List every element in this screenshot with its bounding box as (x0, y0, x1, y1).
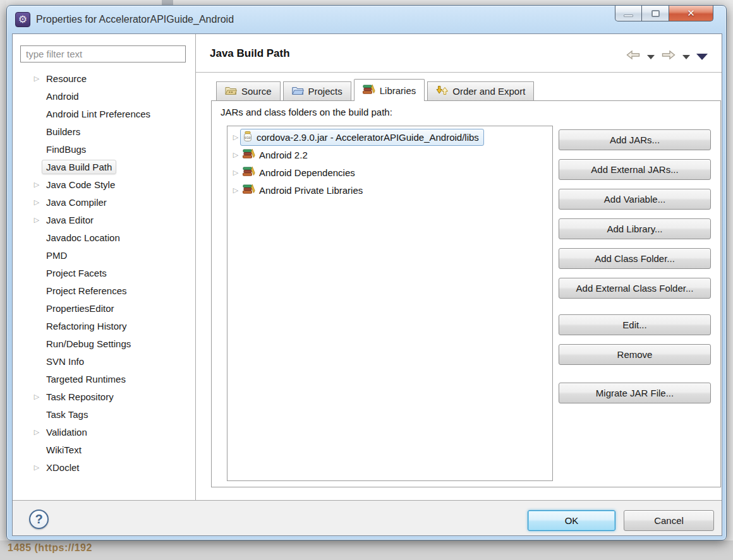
forward-arrow-icon[interactable] (661, 49, 676, 64)
tab-projects[interactable]: Projects (283, 81, 351, 100)
migrate-jar-file-button[interactable]: Migrate JAR File... (559, 383, 711, 403)
build-path-list-label: JARs and class folders on the build path… (221, 107, 392, 117)
add-external-jars-button[interactable]: Add External JARs... (559, 159, 711, 180)
sidebar-item-android[interactable]: ▷Android (13, 87, 193, 105)
sidebar-item-label: PropertiesEditor (42, 301, 119, 316)
expand-arrow-icon[interactable]: ▷ (32, 463, 42, 472)
sidebar-item-label: PMD (42, 248, 71, 263)
tab-label: Projects (308, 86, 342, 97)
list-item-android-private-libraries[interactable]: ▷ Android Private Libraries (227, 181, 552, 199)
maximize-button[interactable] (642, 6, 669, 21)
add-class-folder-button[interactable]: Add Class Folder... (559, 248, 711, 269)
view-menu-icon[interactable] (696, 54, 708, 60)
expand-arrow-icon[interactable]: ▷ (32, 74, 42, 83)
sidebar-item-label: Project References (42, 283, 131, 298)
sidebar-item-builders[interactable]: ▷Builders (13, 122, 193, 140)
footer: ? OK Cancel (13, 501, 722, 535)
sidebar-item-java-build-path[interactable]: ▷Java Build Path (13, 158, 193, 176)
sidebar-item-propertieseditor[interactable]: ▷PropertiesEditor (13, 299, 193, 317)
minimize-icon (624, 15, 633, 17)
sidebar-item-label: Validation (42, 425, 92, 439)
background-text-fragment: 1485 (https://192 (8, 542, 92, 554)
sidebar-item-label: Targeted Runtimes (42, 372, 130, 386)
add-variable-button[interactable]: Add Variable... (559, 189, 711, 210)
expand-arrow-icon[interactable]: ▷ (231, 133, 240, 141)
ok-button[interactable]: OK (528, 510, 615, 531)
sidebar-item-xdoclet[interactable]: ▷XDoclet (13, 458, 193, 476)
sidebar-item-pmd[interactable]: ▷PMD (13, 246, 193, 264)
sidebar-item-refactoring-history[interactable]: ▷Refactoring History (13, 317, 193, 335)
edit-button[interactable]: Edit... (559, 314, 711, 335)
sidebar-item-label: Java Editor (42, 213, 98, 227)
window-controls: ✕ (615, 6, 713, 21)
sidebar-item-android-lint-preferences[interactable]: ▷Android Lint Preferences (13, 105, 193, 122)
list-item-android-dependencies[interactable]: ▷ Android Dependencies (227, 164, 552, 181)
expand-arrow-icon[interactable]: ▷ (231, 151, 240, 159)
sidebar-item-label: Builders (42, 124, 85, 139)
expand-arrow-icon[interactable]: ▷ (32, 181, 42, 189)
sidebar-item-targeted-runtimes[interactable]: ▷Targeted Runtimes (13, 370, 193, 388)
cancel-button[interactable]: Cancel (624, 510, 714, 531)
page-title: Java Build Path (210, 47, 290, 60)
tab-label: Source (241, 86, 272, 97)
sidebar-item-project-references[interactable]: ▷Project References (13, 282, 193, 299)
sidebar-item-label: FindBugs (42, 142, 90, 157)
libraries-tab-panel: JARs and class folders on the build path… (211, 100, 721, 487)
background-app-strip (0, 0, 6, 560)
sidebar-item-task-tags[interactable]: ▷Task Tags (13, 405, 193, 423)
sidebar-item-svn-info[interactable]: ▷SVN Info (13, 352, 193, 370)
window-title: Properties for AcceleratorAPIGuide_Andro… (36, 14, 234, 25)
list-item-label: Android 2.2 (259, 150, 308, 160)
sidebar-item-label: Java Compiler (42, 195, 111, 210)
tab-order-and-export[interactable]: Order and Export (427, 81, 534, 100)
back-dropdown-icon[interactable] (647, 55, 655, 59)
svg-text:010: 010 (245, 135, 250, 139)
sidebar-item-java-editor[interactable]: ▷Java Editor (13, 211, 193, 229)
close-button[interactable]: ✕ (669, 6, 713, 21)
sidebar-item-label: Resource (42, 71, 91, 86)
expand-arrow-icon[interactable]: ▷ (32, 198, 42, 206)
filter-input[interactable] (20, 45, 186, 63)
sidebar-item-label: Task Repository (42, 390, 118, 404)
expand-arrow-icon[interactable]: ▷ (231, 186, 240, 194)
sidebar-item-label: Run/Debug Settings (42, 337, 135, 351)
sidebar-item-java-compiler[interactable]: ▷Java Compiler (13, 193, 193, 211)
sidebar-item-project-facets[interactable]: ▷Project Facets (13, 264, 193, 282)
main-area: Java Build Path Source (196, 34, 722, 500)
page-navigation (626, 49, 708, 64)
remove-button[interactable]: Remove (559, 344, 711, 365)
expand-arrow-icon[interactable]: ▷ (231, 169, 240, 177)
tab-source[interactable]: Source (216, 81, 281, 100)
projects-folder-icon (292, 86, 304, 97)
sidebar-item-label: Java Code Style (42, 177, 119, 192)
sidebar-item-task-repository[interactable]: ▷Task Repository (13, 388, 193, 405)
sidebar-item-javadoc-location[interactable]: ▷Javadoc Location (13, 229, 193, 246)
maximize-icon (651, 10, 660, 17)
add-jars-button[interactable]: Add JARs... (559, 129, 711, 150)
help-button[interactable]: ? (29, 509, 49, 529)
sidebar-item-label: WikiText (42, 443, 86, 457)
add-external-class-folder-button[interactable]: Add External Class Folder... (559, 278, 711, 299)
tab-libraries[interactable]: Libraries (354, 79, 425, 101)
list-item-cordova-jar[interactable]: ▷ 010 cordova-2.9.0.jar - AcceleratorAPI… (227, 128, 552, 146)
properties-dialog: ⚙ Properties for AcceleratorAPIGuide_And… (6, 5, 727, 540)
back-arrow-icon[interactable] (626, 49, 641, 64)
expand-arrow-icon[interactable]: ▷ (32, 216, 42, 224)
library-books-icon (243, 166, 255, 179)
sidebar-item-wikitext[interactable]: ▷WikiText (13, 441, 193, 458)
sidebar-item-resource[interactable]: ▷Resource (13, 69, 193, 87)
sidebar-item-validation[interactable]: ▷Validation (13, 423, 193, 441)
sidebar-item-label: Javadoc Location (42, 230, 124, 245)
dialog-content: ▷Resource ▷Android ▷Android Lint Prefere… (12, 33, 722, 536)
expand-arrow-icon[interactable]: ▷ (32, 393, 42, 401)
sidebar-item-findbugs[interactable]: ▷FindBugs (13, 140, 193, 158)
expand-arrow-icon[interactable]: ▷ (32, 428, 42, 436)
forward-dropdown-icon[interactable] (682, 55, 690, 59)
close-icon: ✕ (687, 8, 695, 19)
sidebar-item-run-debug-settings[interactable]: ▷Run/Debug Settings (13, 335, 193, 352)
add-library-button[interactable]: Add Library... (559, 218, 711, 239)
minimize-button[interactable] (615, 6, 642, 21)
sidebar-item-java-code-style[interactable]: ▷Java Code Style (13, 176, 193, 193)
build-path-list[interactable]: ▷ 010 cordova-2.9.0.jar - AcceleratorAPI… (227, 126, 553, 481)
list-item-android-22[interactable]: ▷ Android 2.2 (227, 146, 552, 164)
